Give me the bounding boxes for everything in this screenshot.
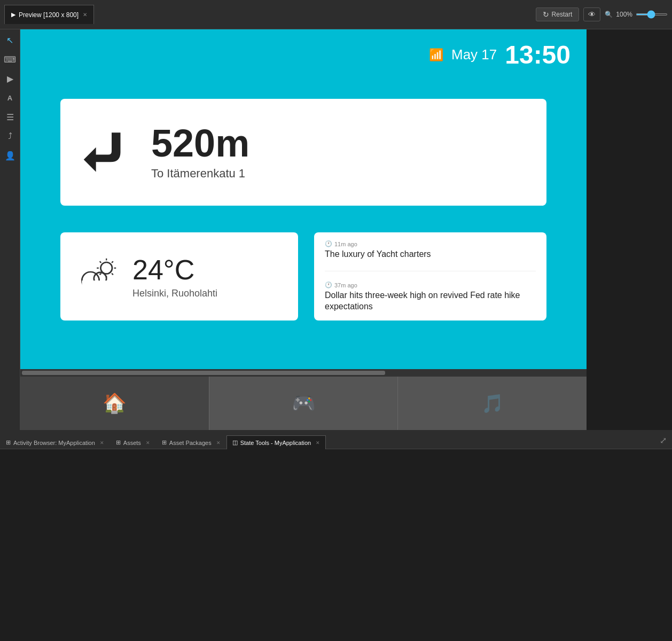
- tab1-close[interactable]: ✕: [100, 440, 104, 445]
- sidebar-icon-cursor[interactable]: ↖: [4, 34, 17, 46]
- tab-bar-home[interactable]: 🏠: [20, 377, 209, 430]
- bottom-area: ⊞ Activity Browser: MyApplication ✕ ⊞ As…: [0, 430, 672, 641]
- weather-info: 24°C Helsinki, Ruoholahti: [132, 254, 217, 299]
- preview-tab-label: Preview [1200 x 800]: [19, 11, 79, 19]
- music-icon: 🎵: [481, 393, 504, 414]
- svg-line-5: [100, 261, 101, 263]
- news-headline-1: The luxury of Yacht charters: [325, 249, 536, 260]
- news-time-1: 🕐 11m ago: [325, 240, 536, 247]
- restart-icon: ↻: [543, 10, 549, 19]
- svg-line-6: [112, 273, 113, 275]
- preview-tab-close[interactable]: ✕: [83, 12, 87, 18]
- sidebar-icon-share[interactable]: ⤴: [4, 130, 17, 143]
- state-tools-icon: ◫: [232, 439, 238, 446]
- nav-card: 520m To Itämerenkatu 1: [60, 99, 546, 206]
- sidebar-icon-users[interactable]: 👤: [4, 149, 17, 162]
- news-item-1: 🕐 11m ago The luxury of Yacht charters: [325, 240, 536, 260]
- clock-icon-1: 🕐: [325, 240, 332, 247]
- tab-assets[interactable]: ⊞ Assets ✕: [110, 435, 156, 449]
- svg-line-8: [112, 261, 113, 263]
- assets-icon: ⊞: [116, 439, 121, 446]
- tab4-close[interactable]: ✕: [316, 440, 320, 445]
- news-headline-2: Dollar hits three-week high on revived F…: [325, 290, 536, 312]
- sidebar-icon-text[interactable]: A: [4, 91, 17, 104]
- news-card: 🕐 11m ago The luxury of Yacht charters 🕐…: [314, 232, 546, 320]
- weather-icon: [74, 255, 122, 298]
- left-sidebar: ↖ ⌨ ▶ A ☰ ⤴ 👤: [0, 29, 20, 430]
- zoom-area: 🔍 100%: [605, 11, 668, 18]
- time-text: 13:50: [505, 40, 571, 69]
- tab-bar-car[interactable]: 🎮: [209, 377, 398, 430]
- news-time-2: 🕐 37m ago: [325, 282, 536, 288]
- status-bar: 📶 May 17 13:50: [429, 40, 571, 69]
- top-toolbar: ▶ Preview [1200 x 800] ✕ ↻ Restart 👁 🔍 1…: [0, 0, 672, 29]
- tab-bar: 🏠 🎮 🎵: [20, 377, 587, 430]
- packages-icon: ⊞: [162, 439, 167, 446]
- sidebar-icon-keyboard[interactable]: ⌨: [4, 53, 17, 66]
- weather-card: 24°C Helsinki, Ruoholahti: [60, 232, 298, 320]
- restart-button[interactable]: ↻ Restart: [536, 7, 580, 21]
- zoom-value: 100%: [616, 11, 632, 18]
- toolbar-right: ↻ Restart 👁 🔍 100%: [536, 7, 668, 21]
- tab-bar-music[interactable]: 🎵: [397, 377, 587, 430]
- nav-street: To Itämerenkatu 1: [151, 167, 249, 181]
- wifi-icon: 📶: [429, 48, 443, 62]
- nav-info: 520m To Itämerenkatu 1: [151, 124, 249, 181]
- weather-location: Helsinki, Ruoholahti: [132, 288, 217, 299]
- home-icon: 🏠: [103, 392, 127, 415]
- tab-activity-browser[interactable]: ⊞ Activity Browser: MyApplication ✕: [0, 435, 110, 449]
- news-item-2: 🕐 37m ago Dollar hits three-week high on…: [325, 282, 536, 312]
- eye-button[interactable]: 👁: [583, 7, 600, 21]
- restart-label: Restart: [552, 11, 573, 18]
- tab-asset-packages[interactable]: ⊞ Asset Packages ✕: [156, 435, 226, 449]
- clock-icon-2: 🕐: [325, 282, 332, 288]
- bottom-tabs-bar: ⊞ Activity Browser: MyApplication ✕ ⊞ As…: [0, 430, 672, 449]
- svg-line-7: [100, 273, 101, 275]
- activity-icon: ⊞: [6, 439, 11, 446]
- turn-arrow-icon: [76, 123, 135, 182]
- svg-rect-11: [82, 280, 108, 290]
- tab3-close[interactable]: ✕: [216, 440, 221, 445]
- sidebar-icon-pointer[interactable]: ▶: [4, 72, 17, 85]
- tab-state-tools[interactable]: ◫ State Tools - MyApplication ✕: [226, 435, 326, 449]
- date-text: May 17: [451, 46, 497, 63]
- panel-expand-button[interactable]: ⤢: [654, 432, 672, 449]
- preview-scrollbar: [20, 369, 587, 377]
- zoom-slider[interactable]: [636, 13, 668, 15]
- preview-area: 📶 May 17 13:50 520m To Itämerenkatu 1: [20, 29, 587, 430]
- weather-temp: 24°C: [132, 254, 217, 286]
- scroll-thumb[interactable]: [22, 371, 385, 375]
- car-icon: 🎮: [292, 392, 316, 415]
- tab2-close[interactable]: ✕: [146, 440, 150, 445]
- news-divider: [325, 271, 536, 271]
- preview-tab[interactable]: ▶ Preview [1200 x 800] ✕: [4, 5, 94, 24]
- nav-distance: 520m: [151, 124, 249, 162]
- search-icon: 🔍: [605, 11, 613, 18]
- sidebar-icon-layers[interactable]: ☰: [4, 111, 17, 123]
